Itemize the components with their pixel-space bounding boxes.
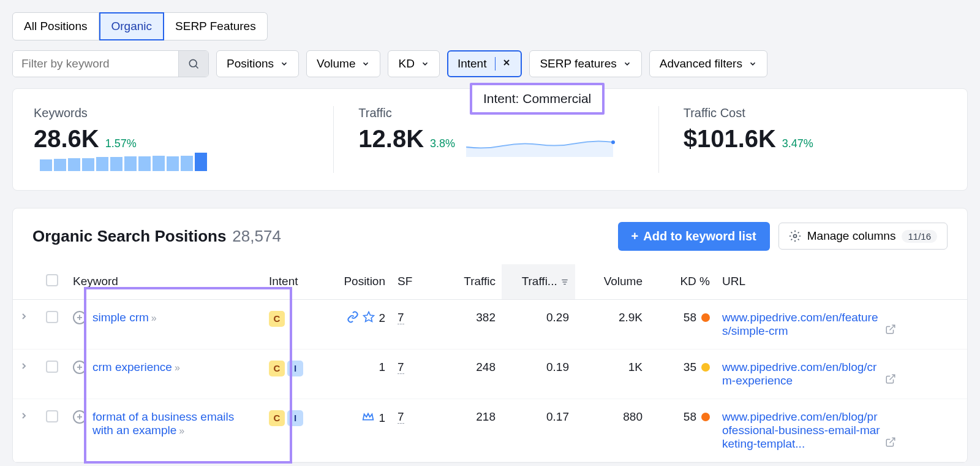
traffic-pct-value: 0.17 xyxy=(502,399,575,462)
filter-volume[interactable]: Volume xyxy=(306,50,380,77)
traffic-value: 248 xyxy=(434,349,502,399)
filter-advanced[interactable]: Advanced filters xyxy=(649,50,767,77)
svg-point-5 xyxy=(793,235,796,238)
intent-badge-c: C xyxy=(269,410,285,426)
intent-badge-i: I xyxy=(287,410,303,426)
expand-row[interactable] xyxy=(19,410,29,423)
external-link-icon[interactable] xyxy=(885,437,896,450)
traffic-sparkline xyxy=(466,132,619,157)
position-value: 1 xyxy=(379,361,385,374)
svg-point-0 xyxy=(189,59,197,67)
stat-label: Keywords xyxy=(34,106,296,120)
intent-badge-i: I xyxy=(287,361,303,376)
stat-value: 12.8K xyxy=(358,125,424,152)
stat-traffic-cost: Traffic Cost $101.6K 3.47% xyxy=(658,106,946,173)
stat-value: $101.6K xyxy=(684,125,776,152)
col-position[interactable]: Position xyxy=(318,264,391,300)
svg-point-4 xyxy=(611,140,615,144)
stat-label: Traffic Cost xyxy=(684,106,946,120)
filter-kd[interactable]: KD xyxy=(388,50,439,77)
expand-row[interactable] xyxy=(19,311,29,324)
kd-difficulty-dot xyxy=(701,313,710,322)
keyword-link[interactable]: simple crm xyxy=(92,311,149,324)
external-link-icon[interactable] xyxy=(885,374,896,387)
row-checkbox[interactable] xyxy=(46,361,58,373)
filter-serp-features[interactable]: SERP features xyxy=(529,50,641,77)
close-icon[interactable] xyxy=(495,57,511,71)
select-all-checkbox[interactable] xyxy=(46,274,58,286)
traffic-value: 218 xyxy=(434,399,502,462)
position-tabs: All Positions Organic SERP Features xyxy=(12,12,968,40)
tab-all-positions[interactable]: All Positions xyxy=(12,12,99,40)
volume-value: 1K xyxy=(575,349,649,399)
table-actions: +Add to keyword list Manage columns 11/1… xyxy=(618,222,948,251)
plus-icon: + xyxy=(631,229,639,243)
add-keyword-icon[interactable]: + xyxy=(73,410,86,424)
chevron-down-icon xyxy=(280,59,288,68)
table-count: 28,574 xyxy=(232,227,281,245)
row-checkbox[interactable] xyxy=(46,410,58,422)
svg-marker-9 xyxy=(364,312,374,322)
filter-intent[interactable]: Intent xyxy=(447,50,522,77)
table-row: +crm experience» CI 1 7 248 0.19 1K 35 w… xyxy=(13,349,967,399)
keyword-link[interactable]: crm experience xyxy=(92,361,172,373)
col-sf[interactable]: SF xyxy=(391,264,434,300)
traffic-value: 382 xyxy=(434,299,502,349)
col-traffic[interactable]: Traffic xyxy=(434,264,502,300)
position-value: 1 xyxy=(379,411,385,425)
stat-value: 28.6K xyxy=(34,125,99,152)
sf-value[interactable]: 7 xyxy=(398,410,404,424)
volume-value: 880 xyxy=(575,399,649,462)
col-traffic-pct[interactable]: Traffi... xyxy=(502,264,575,300)
traffic-pct-value: 0.19 xyxy=(502,349,575,399)
col-url[interactable]: URL xyxy=(716,264,967,300)
kd-value: 35 xyxy=(684,361,696,374)
gear-icon xyxy=(789,230,801,242)
chevron-down-icon xyxy=(361,59,370,68)
tab-organic[interactable]: Organic xyxy=(99,12,165,40)
col-volume[interactable]: Volume xyxy=(575,264,649,300)
kd-value: 58 xyxy=(684,410,696,424)
link-icon xyxy=(347,311,359,326)
stat-traffic: Traffic 12.8K 3.8% xyxy=(333,106,621,173)
intent-badge-c: C xyxy=(269,361,285,376)
stat-pct: 3.8% xyxy=(430,137,455,150)
add-keyword-icon[interactable]: + xyxy=(73,361,86,374)
filter-positions[interactable]: Positions xyxy=(216,50,299,77)
svg-line-1 xyxy=(196,66,198,69)
url-link[interactable]: www.pipedrive.com/en/features/simple-crm xyxy=(722,311,881,338)
url-link[interactable]: www.pipedrive.com/en/blog/crm-experience xyxy=(722,361,881,388)
tab-serp-features[interactable]: SERP Features xyxy=(164,12,268,40)
sf-value[interactable]: 7 xyxy=(398,311,404,324)
sf-value[interactable]: 7 xyxy=(398,361,404,374)
url-link[interactable]: www.pipedrive.com/en/blog/professional-b… xyxy=(722,410,881,451)
volume-value: 2.9K xyxy=(575,299,649,349)
add-keyword-icon[interactable]: + xyxy=(73,311,86,324)
external-link-icon[interactable] xyxy=(885,324,896,337)
add-to-keyword-list-button[interactable]: +Add to keyword list xyxy=(618,222,770,251)
kd-difficulty-dot xyxy=(701,363,710,372)
expand-row[interactable] xyxy=(19,361,29,373)
table-title: Organic Search Positions xyxy=(32,227,226,245)
search-icon xyxy=(187,58,200,70)
search-button[interactable] xyxy=(178,51,208,77)
row-checkbox[interactable] xyxy=(46,311,58,323)
chevrons-icon: » xyxy=(179,426,184,436)
keyword-link[interactable]: format of a business emails with an exam… xyxy=(92,410,234,437)
star-icon xyxy=(363,311,375,326)
intent-badge-c: C xyxy=(269,311,285,327)
keyword-filter-input[interactable] xyxy=(13,51,178,77)
col-keyword[interactable]: Keyword xyxy=(67,264,263,300)
traffic-pct-value: 0.29 xyxy=(502,299,575,349)
chevron-down-icon xyxy=(748,59,757,68)
manage-columns-button[interactable]: Manage columns 11/16 xyxy=(778,223,948,250)
svg-line-10 xyxy=(890,325,895,330)
chevrons-icon: » xyxy=(151,313,157,323)
table-card: Organic Search Positions 28,574 +Add to … xyxy=(12,208,968,463)
positions-table: Keyword Intent Position SF Traffic Traff… xyxy=(13,264,967,462)
stats-card: Intent: Commercial Keywords 28.6K 1.57% … xyxy=(12,88,968,191)
chevron-down-icon xyxy=(421,59,429,68)
col-kd[interactable]: KD % xyxy=(649,264,716,300)
column-count-badge: 11/16 xyxy=(902,230,937,243)
col-intent[interactable]: Intent xyxy=(263,264,318,300)
